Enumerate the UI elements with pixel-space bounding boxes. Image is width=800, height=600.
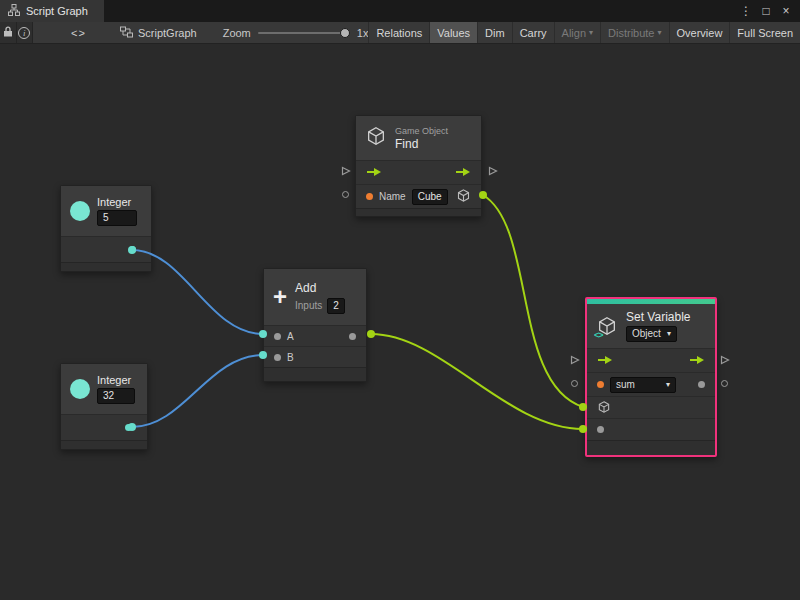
- zoom-slider-knob[interactable]: [340, 28, 350, 38]
- find-node-header: Game Object Find: [356, 116, 481, 160]
- add-node-header: + Add Inputs 2: [264, 269, 366, 325]
- set-variable-node[interactable]: <> Set Variable Object ▾ sum ▾: [585, 297, 717, 457]
- node-footer: [264, 367, 366, 381]
- node-title: Integer: [97, 374, 135, 386]
- code-view-button[interactable]: <>: [65, 22, 92, 43]
- node-title: Find: [395, 137, 448, 151]
- output-port[interactable]: [129, 246, 136, 253]
- variable-name-dropdown[interactable]: sum ▾: [610, 377, 676, 393]
- set-variable-object-row: [587, 396, 715, 418]
- integer-value-field[interactable]: 32: [97, 388, 135, 404]
- find-node[interactable]: Game Object Find Name Cube: [355, 115, 482, 217]
- input-port-b[interactable]: [274, 354, 281, 361]
- zoom-control: Zoom 1x: [223, 22, 369, 43]
- wire-find-to-setvariable-object: [483, 195, 583, 407]
- graph-tab-icon: [8, 4, 20, 18]
- carry-label: Carry: [520, 27, 547, 39]
- flow-output-marker[interactable]: [720, 355, 730, 365]
- value-input-port[interactable]: [597, 426, 604, 433]
- info-icon: i: [18, 27, 30, 39]
- variable-name-value: sum: [616, 379, 635, 391]
- flow-input-marker[interactable]: [341, 166, 351, 176]
- code-badge-icon: <>: [594, 330, 603, 340]
- inputs-label: Inputs: [295, 300, 322, 311]
- inputs-count-field[interactable]: 2: [327, 298, 345, 314]
- values-label: Values: [437, 27, 470, 39]
- node-footer: [587, 440, 715, 455]
- input-port-a[interactable]: [274, 333, 281, 340]
- script-graph-icon: [120, 26, 133, 40]
- find-name-row: Name Cube: [356, 184, 481, 208]
- overview-button[interactable]: Overview: [669, 22, 730, 43]
- values-button[interactable]: Values: [429, 22, 477, 43]
- scope-value: Object: [632, 328, 661, 340]
- value-input-marker[interactable]: [571, 380, 578, 387]
- dim-button[interactable]: Dim: [477, 22, 512, 43]
- align-label: Align: [562, 27, 586, 39]
- distribute-label: Distribute: [608, 27, 654, 39]
- set-variable-header: <> Set Variable Object ▾: [587, 304, 715, 348]
- input-label-b: B: [287, 352, 294, 363]
- node-title: Add: [295, 281, 345, 295]
- find-flow-row: [356, 160, 481, 184]
- name-value-field[interactable]: Cube: [412, 189, 448, 205]
- add-input-row-b: B: [264, 346, 366, 367]
- value-input-marker[interactable]: [342, 191, 349, 198]
- zoom-label: Zoom: [223, 27, 251, 39]
- overview-label: Overview: [677, 27, 723, 39]
- graph-name: ScriptGraph: [138, 27, 197, 39]
- flow-output-port[interactable]: [455, 167, 471, 179]
- tab-title: Script Graph: [26, 5, 88, 17]
- relations-label: Relations: [376, 27, 422, 39]
- game-object-output-port[interactable]: [456, 188, 471, 205]
- integer-value-field[interactable]: 5: [97, 210, 137, 226]
- tab-script-graph[interactable]: Script Graph: [0, 0, 104, 22]
- integer-icon: [70, 201, 90, 221]
- close-icon[interactable]: ×: [776, 1, 796, 21]
- output-port[interactable]: [125, 424, 132, 431]
- integer-output-row: [61, 414, 147, 440]
- lock-button[interactable]: [0, 22, 17, 43]
- sum-output-port[interactable]: [349, 333, 356, 340]
- relations-button[interactable]: Relations: [368, 22, 429, 43]
- zoom-slider-track: [258, 32, 350, 34]
- wire-integer32-to-add-b: [132, 355, 263, 427]
- full-screen-button[interactable]: Full Screen: [729, 22, 800, 43]
- chevron-down-icon: ▾: [658, 28, 662, 37]
- menu-icon[interactable]: ⋮: [736, 1, 756, 21]
- node-category: Game Object: [395, 126, 448, 136]
- maximize-icon[interactable]: □: [756, 1, 776, 21]
- game-object-input-port[interactable]: [597, 400, 611, 416]
- integer-icon: [70, 379, 90, 399]
- value-output-port[interactable]: [698, 381, 705, 388]
- flow-input-marker[interactable]: [570, 355, 580, 365]
- chevron-down-icon: ▾: [666, 379, 670, 391]
- graph-breadcrumb[interactable]: ScriptGraph: [120, 22, 197, 43]
- flow-output-marker[interactable]: [488, 166, 498, 176]
- toolbar-buttons: Relations Values Dim Carry Align▾ Distri…: [368, 22, 800, 43]
- variable-name-port[interactable]: [597, 381, 604, 388]
- lock-icon: [3, 26, 13, 39]
- dim-label: Dim: [485, 27, 505, 39]
- info-button[interactable]: i: [17, 22, 34, 43]
- integer-node-2[interactable]: Integer 32: [60, 363, 148, 450]
- flow-output-port[interactable]: [689, 355, 705, 367]
- scope-dropdown[interactable]: Object ▾: [626, 326, 677, 342]
- flow-input-port[interactable]: [366, 167, 382, 179]
- string-input-port[interactable]: [366, 193, 373, 200]
- zoom-value: 1x: [357, 27, 369, 39]
- value-output-marker[interactable]: [721, 380, 728, 387]
- flow-input-port[interactable]: [597, 355, 613, 367]
- input-label-a: A: [287, 331, 294, 342]
- carry-button[interactable]: Carry: [512, 22, 554, 43]
- integer-node-1[interactable]: Integer 5: [60, 185, 152, 272]
- align-button[interactable]: Align▾: [554, 22, 600, 43]
- plus-icon: +: [273, 285, 287, 309]
- distribute-button[interactable]: Distribute▾: [600, 22, 668, 43]
- zoom-slider[interactable]: [258, 27, 350, 39]
- graph-canvas[interactable]: Integer 5 Integer 32 Game: [0, 44, 800, 600]
- full-screen-label: Full Screen: [737, 27, 793, 39]
- add-node[interactable]: + Add Inputs 2 A B: [263, 268, 367, 382]
- titlebar: Script Graph ⋮ □ ×: [0, 0, 800, 22]
- set-variable-name-row: sum ▾: [587, 372, 715, 396]
